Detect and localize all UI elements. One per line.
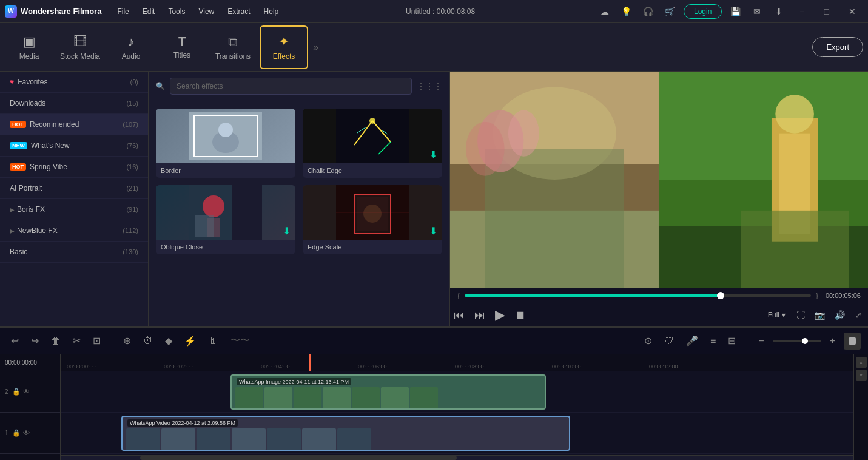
cart-icon[interactable]: 🛒 (662, 3, 679, 20)
toolbar-audio[interactable]: ♪ Audio (107, 25, 155, 69)
track-clip-lower[interactable]: WhatsApp Video 2022-04-12 at 2.09.56 PM (121, 416, 570, 451)
track-row-lower: WhatsApp Video 2022-04-12 at 2.09.56 PM (61, 413, 853, 454)
effect-card-chalk-edge[interactable]: Chalk Edge ⬇ (303, 109, 442, 178)
minimize-button[interactable]: − (792, 7, 812, 16)
progress-bar[interactable] (465, 294, 812, 297)
progress-thumb (717, 292, 724, 299)
menu-tools[interactable]: Tools (162, 5, 191, 18)
panel-whats-new[interactable]: NEW What's New (76) (0, 135, 148, 157)
zoom-in-button[interactable]: + (826, 333, 839, 349)
panel-spring-vibe[interactable]: HOT Spring Vibe (16) (0, 157, 148, 178)
menu-extract[interactable]: Extract (221, 5, 256, 18)
oblique-close-download-icon[interactable]: ⬇ (283, 225, 291, 237)
panel-ai-portrait[interactable]: AI Portrait (21) (0, 178, 148, 199)
maximize-button[interactable]: □ (817, 7, 836, 16)
rps-btn-2[interactable]: ▼ (856, 370, 867, 381)
panel-basic[interactable]: Basic (130) (0, 242, 148, 263)
subtitle-icon[interactable]: ⊟ (724, 333, 739, 349)
ruler-mark-3: 00:00:06:00 (358, 364, 387, 370)
quality-dropdown[interactable]: Full ▾ (764, 309, 789, 320)
panel-newblue-fx[interactable]: ▶ NewBlue FX (112) (0, 220, 148, 242)
effect-card-edge-scale[interactable]: Edge Scale ⬇ (303, 185, 442, 254)
playhead[interactable]: ✂ (309, 354, 311, 371)
svg-point-8 (369, 118, 375, 124)
shield-icon[interactable]: 🛡 (661, 333, 678, 349)
cut-button[interactable]: ✂ (69, 333, 84, 349)
undo-button[interactable]: ↩ (7, 333, 22, 349)
split-button[interactable]: ⚡ (181, 333, 200, 349)
settings-icon[interactable]: ⤢ (852, 308, 864, 322)
progress-fill (465, 294, 725, 297)
chalk-edge-download-icon[interactable]: ⬇ (429, 149, 437, 160)
track-2-eye-icon[interactable]: 👁 (23, 388, 30, 396)
toolbar-media[interactable]: ▣ Media (5, 25, 53, 69)
close-button[interactable]: ✕ (841, 7, 863, 16)
track-clip-upper[interactable]: WhatsApp Image 2022-04-11 at 12.13.41 PM (230, 374, 546, 410)
title-controls: ☁ 💡 🎧 🛒 Login 💾 ✉ ⬇ − □ ✕ (596, 3, 863, 20)
track-1-lock-icon[interactable]: 🔒 (12, 429, 21, 437)
zoom-out-button[interactable]: − (755, 333, 767, 349)
skip-start-button[interactable]: ⏮ (454, 309, 465, 322)
ripple-icon[interactable]: ⊙ (641, 333, 656, 349)
login-button[interactable]: Login (684, 4, 722, 19)
zoom-slider[interactable] (773, 340, 821, 342)
menu-edit[interactable]: Edit (136, 5, 161, 18)
whats-new-count: (76) (126, 142, 138, 149)
delete-button[interactable]: 🗑 (47, 333, 64, 349)
toolbar-effects-label: Effects (273, 52, 295, 61)
download-icon[interactable]: ⬇ (770, 3, 787, 20)
preview-left-svg (450, 72, 659, 288)
oblique-close-name: Oblique Close (156, 240, 295, 254)
fullscreen-icon[interactable]: ⛶ (794, 308, 807, 322)
snapshot-icon[interactable]: 📷 (812, 308, 827, 322)
effect-card-border[interactable]: Border (156, 109, 295, 178)
edge-scale-preview-svg (336, 185, 409, 240)
toolbar-transitions[interactable]: ⧉ Transitions (209, 25, 257, 69)
toolbar-stock-media[interactable]: 🎞 Stock Media (56, 25, 104, 69)
search-input[interactable] (170, 78, 412, 95)
redo-button[interactable]: ↪ (27, 333, 42, 349)
timeline-mode-button[interactable] (844, 333, 861, 350)
step-back-button[interactable]: ⏭ (474, 309, 485, 322)
audio-mix-button[interactable]: 🎚 (205, 333, 222, 349)
idea-icon[interactable]: 💡 (618, 3, 635, 20)
toolbar-more-chevron[interactable]: » (311, 42, 321, 53)
mic-icon[interactable]: 🎤 (682, 333, 702, 349)
keyframe-button[interactable]: ◆ (161, 333, 176, 349)
cloud-icon[interactable]: ☁ (596, 3, 613, 20)
preview-actions: Full ▾ ⛶ 📷 🔊 ⤢ (764, 308, 864, 322)
toolbar-titles[interactable]: T Titles (158, 25, 206, 69)
grid-view-icon[interactable]: ⋮⋮⋮ (417, 81, 442, 91)
panel-boris-fx[interactable]: ▶ Boris FX (91) (0, 199, 148, 220)
save-icon[interactable]: 💾 (727, 3, 744, 20)
stop-button[interactable]: ⏹ (515, 309, 526, 322)
crop-button[interactable]: ⊡ (89, 333, 104, 349)
effect-card-oblique-close[interactable]: Oblique Close ⬇ (156, 185, 295, 254)
toolbar-effects[interactable]: ✦ Effects (260, 25, 308, 69)
basic-count: (130) (123, 248, 138, 255)
menu-file[interactable]: File (111, 5, 135, 18)
menu-view[interactable]: View (192, 5, 220, 18)
clip-lower-label: WhatsApp Video 2022-04-12 at 2.09.56 PM (127, 419, 238, 427)
copy-button[interactable]: ⊕ (119, 333, 135, 349)
play-button[interactable]: ▶ (495, 307, 505, 323)
track-2-lock-icon[interactable]: 🔒 (12, 388, 21, 396)
edge-scale-download-icon[interactable]: ⬇ (429, 225, 437, 237)
menu-help[interactable]: Help (258, 5, 285, 18)
panel-downloads[interactable]: Downloads (15) (0, 93, 148, 114)
svg-point-20 (363, 205, 382, 223)
timer-button[interactable]: ⏱ (140, 333, 156, 349)
volume-icon[interactable]: 🔊 (832, 308, 847, 322)
export-button[interactable]: Export (812, 37, 863, 57)
track-1-eye-icon[interactable]: 👁 (23, 429, 30, 437)
spring-vibe-label: Spring Vibe (30, 163, 126, 171)
track-label-upper: 2 🔒 👁 (0, 371, 60, 413)
preview-progress-bar: { } 00:00:05:06 (450, 288, 868, 303)
panel-favorites[interactable]: ♥ Favorites (0) (0, 72, 148, 93)
timeline-scrollbar[interactable] (61, 455, 853, 460)
rps-btn-1[interactable]: ▲ (856, 357, 867, 368)
panel-recommended[interactable]: HOT Recommended (107) (0, 114, 148, 135)
caption-icon[interactable]: ≡ (707, 333, 719, 349)
mail-icon[interactable]: ✉ (749, 3, 765, 20)
headset-icon[interactable]: 🎧 (640, 3, 657, 20)
